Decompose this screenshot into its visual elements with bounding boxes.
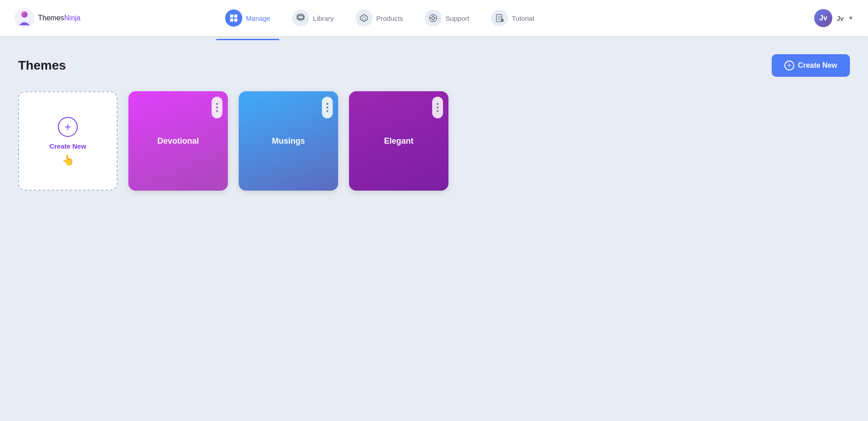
library-icon xyxy=(292,9,309,27)
manage-icon xyxy=(225,9,242,27)
menu-dot xyxy=(437,107,439,108)
svg-marker-9 xyxy=(360,14,368,22)
plus-circle-icon: + xyxy=(784,61,794,70)
menu-dot xyxy=(216,110,218,112)
products-icon xyxy=(355,9,373,27)
avatar: Jv xyxy=(814,9,832,27)
main-nav: Manage Library Products xyxy=(216,6,543,30)
tutorial-icon xyxy=(491,9,508,27)
svg-rect-5 xyxy=(234,19,237,22)
logo-icon xyxy=(14,8,34,28)
theme-card-musings[interactable]: Musings xyxy=(239,91,338,191)
elegant-card-label: Elegant xyxy=(384,136,413,146)
menu-dot xyxy=(216,103,218,105)
card-menu-elegant[interactable] xyxy=(432,97,443,118)
page-header: Themes + Create New xyxy=(18,54,850,77)
menu-dot xyxy=(437,103,439,105)
user-menu[interactable]: Jv Jv ▼ xyxy=(814,9,854,27)
topbar: ThemesNinja Manage Library xyxy=(0,0,868,36)
musings-card-label: Musings xyxy=(272,136,305,146)
nav-support-label: Support xyxy=(445,14,469,22)
nav-manage-label: Manage xyxy=(246,14,270,22)
card-menu-devotional[interactable] xyxy=(212,97,222,118)
svg-point-1 xyxy=(21,11,28,18)
menu-dot xyxy=(437,110,439,112)
create-plus-icon: + xyxy=(58,117,78,137)
nav-item-support[interactable]: Support xyxy=(415,6,478,30)
chevron-down-icon: ▼ xyxy=(848,15,854,21)
menu-dot xyxy=(326,103,328,105)
svg-point-12 xyxy=(432,17,434,19)
devotional-card-label: Devotional xyxy=(157,136,199,146)
svg-rect-2 xyxy=(230,14,233,18)
menu-dot xyxy=(326,107,328,108)
support-icon xyxy=(425,9,442,27)
svg-marker-10 xyxy=(362,17,366,20)
nav-item-products[interactable]: Products xyxy=(346,6,412,30)
main-content: Themes + Create New + Create New 👆 Devot… xyxy=(0,36,868,209)
user-name: Jv xyxy=(837,14,844,22)
nav-item-library[interactable]: Library xyxy=(283,6,343,30)
menu-dot xyxy=(216,107,218,108)
create-new-card[interactable]: + Create New 👆 xyxy=(18,91,118,191)
svg-rect-4 xyxy=(230,19,233,22)
logo-text: ThemesNinja xyxy=(38,14,80,22)
nav-products-label: Products xyxy=(376,14,403,22)
nav-library-label: Library xyxy=(313,14,334,22)
cursor-icon: 👆 xyxy=(62,155,74,165)
nav-item-tutorial[interactable]: Tutorial xyxy=(482,6,543,30)
svg-rect-3 xyxy=(234,14,237,18)
nav-tutorial-label: Tutorial xyxy=(512,14,534,22)
create-new-card-label: Create New xyxy=(49,142,86,150)
theme-card-devotional[interactable]: Devotional xyxy=(128,91,228,191)
svg-rect-21 xyxy=(501,19,504,22)
menu-dot xyxy=(326,110,328,112)
logo[interactable]: ThemesNinja xyxy=(14,8,80,28)
theme-card-elegant[interactable]: Elegant xyxy=(349,91,448,191)
page-title: Themes xyxy=(18,58,66,73)
create-new-header-button[interactable]: + Create New xyxy=(772,54,850,77)
nav-item-manage[interactable]: Manage xyxy=(216,6,279,30)
create-new-header-label: Create New xyxy=(798,61,837,70)
themes-grid: + Create New 👆 Devotional Musings xyxy=(18,91,850,191)
card-menu-musings[interactable] xyxy=(322,97,333,118)
